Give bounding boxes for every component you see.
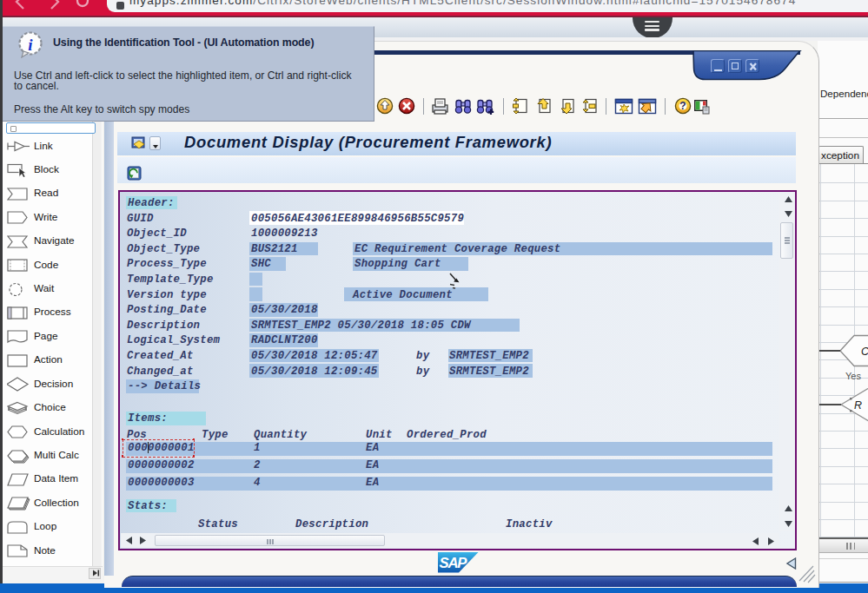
svg-text:?: ? — [679, 100, 686, 112]
svg-text:i: i — [28, 36, 33, 54]
svg-text:SAP: SAP — [440, 555, 468, 571]
svg-text:C: C — [861, 346, 868, 358]
svg-text:Yes: Yes — [845, 371, 861, 381]
svg-text:R: R — [854, 399, 862, 412]
